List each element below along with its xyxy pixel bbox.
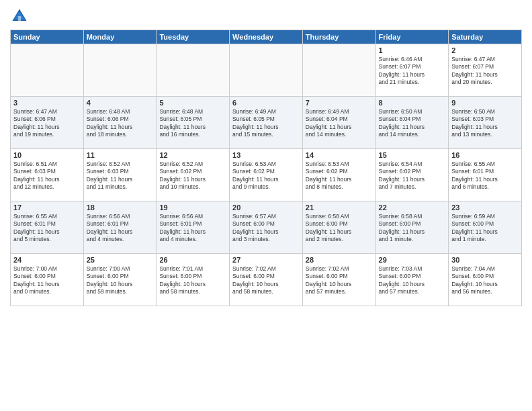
calendar-day-cell: 6Sunrise: 6:49 AMSunset: 6:05 PMDaylight… [230, 97, 303, 149]
day-info: Sunrise: 6:57 AMSunset: 6:00 PMDaylight:… [232, 213, 300, 244]
day-info: Sunrise: 6:50 AMSunset: 6:03 PMDaylight:… [451, 108, 519, 139]
day-number: 15 [379, 151, 446, 159]
day-info: Sunrise: 6:53 AMSunset: 6:02 PMDaylight:… [306, 161, 373, 191]
calendar-day-cell: 17Sunrise: 6:55 AMSunset: 6:01 PMDayligh… [11, 201, 84, 254]
day-number: 7 [306, 99, 373, 107]
day-info: Sunrise: 7:02 AMSunset: 6:00 PMDaylight:… [306, 265, 373, 296]
calendar-day-cell: 23Sunrise: 6:59 AMSunset: 6:00 PMDayligh… [449, 201, 522, 254]
weekday-header: Wednesday [230, 30, 303, 44]
day-number: 14 [306, 151, 373, 159]
calendar-week-row: 10Sunrise: 6:51 AMSunset: 6:03 PMDayligh… [11, 149, 522, 201]
day-info: Sunrise: 6:52 AMSunset: 6:02 PMDaylight:… [159, 161, 226, 191]
calendar-day-cell: 15Sunrise: 6:54 AMSunset: 6:02 PMDayligh… [375, 149, 449, 201]
day-info: Sunrise: 6:58 AMSunset: 6:00 PMDaylight:… [379, 213, 446, 244]
header [10, 7, 522, 26]
calendar-day-cell: 18Sunrise: 6:56 AMSunset: 6:01 PMDayligh… [83, 201, 157, 254]
calendar-day-cell: 5Sunrise: 6:48 AMSunset: 6:05 PMDaylight… [157, 97, 230, 149]
day-info: Sunrise: 6:56 AMSunset: 6:01 PMDaylight:… [87, 213, 154, 244]
calendar-day-cell: 19Sunrise: 6:56 AMSunset: 6:01 PMDayligh… [157, 201, 230, 254]
calendar-day-cell [302, 44, 375, 97]
weekday-header: Monday [83, 30, 157, 44]
day-number: 17 [13, 203, 81, 212]
day-number: 4 [87, 99, 154, 107]
calendar-day-cell: 13Sunrise: 6:53 AMSunset: 6:02 PMDayligh… [230, 149, 303, 201]
calendar-day-cell: 2Sunrise: 6:47 AMSunset: 6:07 PMDaylight… [449, 44, 522, 97]
calendar-day-cell: 22Sunrise: 6:58 AMSunset: 6:00 PMDayligh… [375, 201, 449, 254]
calendar-day-cell: 14Sunrise: 6:53 AMSunset: 6:02 PMDayligh… [302, 149, 375, 201]
day-number: 28 [306, 256, 373, 264]
logo [10, 7, 32, 26]
day-info: Sunrise: 6:55 AMSunset: 6:01 PMDaylight:… [451, 161, 519, 191]
day-info: Sunrise: 6:46 AMSunset: 6:07 PMDaylight:… [379, 56, 446, 87]
day-info: Sunrise: 7:00 AMSunset: 6:00 PMDaylight:… [13, 265, 81, 296]
day-info: Sunrise: 6:52 AMSunset: 6:03 PMDaylight:… [87, 161, 154, 191]
day-info: Sunrise: 7:04 AMSunset: 6:00 PMDaylight:… [451, 265, 519, 296]
weekday-header-row: SundayMondayTuesdayWednesdayThursdayFrid… [11, 30, 522, 44]
weekday-header: Friday [375, 30, 449, 44]
day-number: 1 [379, 46, 446, 54]
calendar-day-cell: 20Sunrise: 6:57 AMSunset: 6:00 PMDayligh… [230, 201, 303, 254]
weekday-header: Saturday [449, 30, 522, 44]
day-number: 21 [306, 203, 373, 212]
day-number: 22 [379, 203, 446, 212]
calendar-day-cell: 3Sunrise: 6:47 AMSunset: 6:06 PMDaylight… [11, 97, 84, 149]
day-info: Sunrise: 6:47 AMSunset: 6:06 PMDaylight:… [13, 108, 81, 139]
calendar-week-row: 17Sunrise: 6:55 AMSunset: 6:01 PMDayligh… [11, 201, 522, 254]
day-number: 13 [232, 151, 300, 159]
weekday-header: Sunday [11, 30, 84, 44]
day-number: 18 [87, 203, 154, 212]
day-number: 30 [451, 256, 519, 264]
calendar-day-cell: 11Sunrise: 6:52 AMSunset: 6:03 PMDayligh… [83, 149, 157, 201]
calendar-week-row: 1Sunrise: 6:46 AMSunset: 6:07 PMDaylight… [11, 44, 522, 97]
day-number: 23 [451, 203, 519, 212]
day-info: Sunrise: 7:00 AMSunset: 6:00 PMDaylight:… [87, 265, 154, 296]
calendar-day-cell: 27Sunrise: 7:02 AMSunset: 6:00 PMDayligh… [230, 254, 303, 306]
day-info: Sunrise: 6:49 AMSunset: 6:04 PMDaylight:… [306, 108, 373, 139]
weekday-header: Thursday [302, 30, 375, 44]
day-number: 2 [451, 46, 519, 54]
calendar-day-cell: 24Sunrise: 7:00 AMSunset: 6:00 PMDayligh… [11, 254, 84, 306]
calendar-day-cell: 29Sunrise: 7:03 AMSunset: 6:00 PMDayligh… [375, 254, 449, 306]
day-info: Sunrise: 6:56 AMSunset: 6:01 PMDaylight:… [159, 213, 226, 244]
day-info: Sunrise: 6:53 AMSunset: 6:02 PMDaylight:… [232, 161, 300, 191]
calendar-day-cell: 28Sunrise: 7:02 AMSunset: 6:00 PMDayligh… [302, 254, 375, 306]
day-number: 6 [232, 99, 300, 107]
logo-icon [10, 7, 29, 26]
calendar-day-cell [230, 44, 303, 97]
calendar-week-row: 24Sunrise: 7:00 AMSunset: 6:00 PMDayligh… [11, 254, 522, 306]
day-info: Sunrise: 6:58 AMSunset: 6:00 PMDaylight:… [306, 213, 373, 244]
day-info: Sunrise: 6:51 AMSunset: 6:03 PMDaylight:… [13, 161, 81, 191]
day-number: 26 [159, 256, 226, 264]
day-info: Sunrise: 6:48 AMSunset: 6:05 PMDaylight:… [159, 108, 226, 139]
day-number: 10 [13, 151, 81, 159]
day-info: Sunrise: 6:54 AMSunset: 6:02 PMDaylight:… [379, 161, 446, 191]
day-number: 27 [232, 256, 300, 264]
day-number: 9 [451, 99, 519, 107]
day-number: 16 [451, 151, 519, 159]
calendar-day-cell: 7Sunrise: 6:49 AMSunset: 6:04 PMDaylight… [302, 97, 375, 149]
calendar-day-cell [83, 44, 157, 97]
day-number: 24 [13, 256, 81, 264]
day-info: Sunrise: 6:59 AMSunset: 6:00 PMDaylight:… [451, 213, 519, 244]
calendar-day-cell: 10Sunrise: 6:51 AMSunset: 6:03 PMDayligh… [11, 149, 84, 201]
day-number: 11 [87, 151, 154, 159]
calendar-day-cell: 12Sunrise: 6:52 AMSunset: 6:02 PMDayligh… [157, 149, 230, 201]
day-info: Sunrise: 7:02 AMSunset: 6:00 PMDaylight:… [232, 265, 300, 296]
calendar-day-cell: 1Sunrise: 6:46 AMSunset: 6:07 PMDaylight… [375, 44, 449, 97]
calendar-week-row: 3Sunrise: 6:47 AMSunset: 6:06 PMDaylight… [11, 97, 522, 149]
day-number: 3 [13, 99, 81, 107]
day-number: 20 [232, 203, 300, 212]
calendar-day-cell [11, 44, 84, 97]
day-number: 29 [379, 256, 446, 264]
day-number: 25 [87, 256, 154, 264]
calendar-day-cell: 21Sunrise: 6:58 AMSunset: 6:00 PMDayligh… [302, 201, 375, 254]
day-info: Sunrise: 7:03 AMSunset: 6:00 PMDaylight:… [379, 265, 446, 296]
calendar-day-cell: 4Sunrise: 6:48 AMSunset: 6:06 PMDaylight… [83, 97, 157, 149]
day-number: 5 [159, 99, 226, 107]
day-number: 19 [159, 203, 226, 212]
calendar-day-cell [157, 44, 230, 97]
day-info: Sunrise: 6:50 AMSunset: 6:04 PMDaylight:… [379, 108, 446, 139]
calendar-table: SundayMondayTuesdayWednesdayThursdayFrid… [10, 30, 522, 306]
day-info: Sunrise: 6:55 AMSunset: 6:01 PMDaylight:… [13, 213, 81, 244]
calendar-day-cell: 30Sunrise: 7:04 AMSunset: 6:00 PMDayligh… [449, 254, 522, 306]
